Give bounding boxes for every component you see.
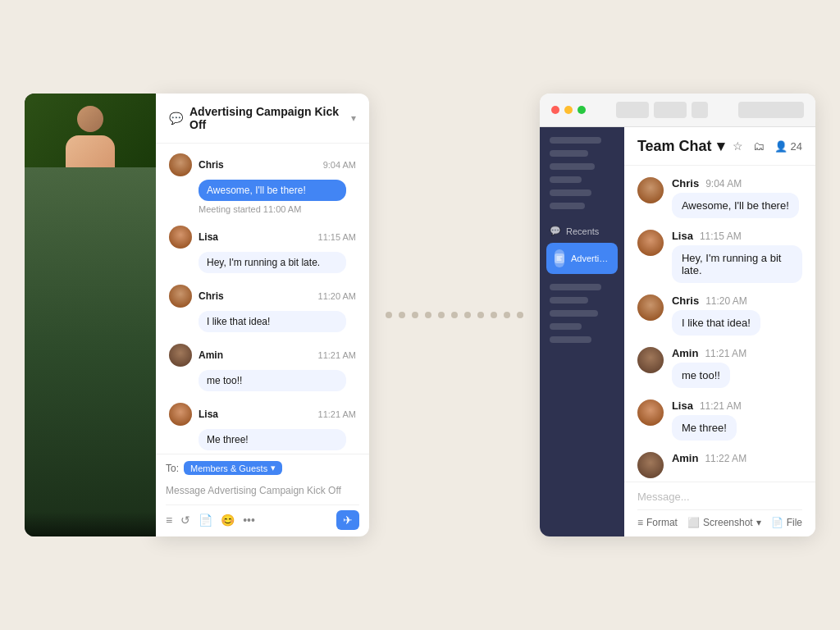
left-chat-messages: Chris 9:04 AM Awesome, I'll be there! Me… — [156, 144, 369, 454]
sidebar-row — [550, 323, 582, 330]
file-button[interactable]: 📄 File — [771, 517, 802, 528]
main-chat-area: Team Chat ▾ ☆ 🗂 👤 24 — [624, 127, 815, 536]
active-item-label: Advertising Campaign Kick... — [571, 253, 609, 263]
message-row: Chris 11:20 AM I like that idea! — [637, 294, 802, 336]
left-chat-header: 💬 Advertising Campaign Kick Off ▾ — [156, 94, 369, 144]
chat-bubble-icon: 💬 — [550, 226, 561, 236]
sidebar-row — [550, 336, 591, 343]
close-button[interactable] — [551, 106, 559, 114]
maximize-button[interactable] — [578, 106, 586, 114]
right-chat-messages: Chris 9:04 AM Awesome, I'll be there! Li… — [624, 166, 815, 482]
video-top — [25, 94, 156, 167]
sidebar-row — [550, 150, 588, 157]
separator-dot — [425, 312, 431, 318]
refresh-icon[interactable]: ↺ — [180, 514, 190, 527]
sender-name: Lisa — [199, 231, 218, 243]
message-bubble: I like that idea! — [199, 311, 346, 332]
video-person — [25, 94, 156, 167]
video-sidebar — [25, 94, 156, 536]
message-content: Amin 11:21 AM me too!! — [672, 347, 802, 388]
right-content: 💬 Recents Advertising Campaign Kick... — [540, 127, 815, 536]
screenshot-button[interactable]: ⬜ Screenshot ▾ — [687, 517, 761, 528]
message-time: 9:04 AM — [705, 178, 742, 189]
input-placeholder: Message... — [637, 491, 802, 503]
chevron-down-icon[interactable]: ▾ — [351, 112, 356, 124]
sidebar-recents: 💬 Recents — [540, 222, 624, 240]
sender-name: Amin — [672, 452, 699, 464]
sidebar-row — [550, 189, 591, 196]
minimize-button[interactable] — [564, 106, 573, 114]
document-icon[interactable]: 📄 — [199, 514, 212, 527]
meeting-notice: Meeting started 11:00 AM — [199, 204, 356, 214]
sidebar-row — [550, 284, 601, 290]
sidebar-row — [550, 137, 601, 144]
avatar-chris — [169, 153, 192, 176]
message-content: Lisa 11:21 AM Me three! — [672, 399, 802, 441]
to-label: To: — [166, 463, 179, 474]
sender-name: Chris — [199, 290, 224, 302]
message-header: Chris 11:20 AM — [672, 294, 802, 307]
right-toolbar: ≡ Format ⬜ Screenshot ▾ 📄 File — [637, 509, 802, 528]
sender-name: Amin — [199, 349, 223, 361]
message-input[interactable]: Message Advertising Campaign Kick Off — [166, 482, 359, 500]
avatar-amin — [637, 347, 664, 373]
screenshot-label: Screenshot — [703, 517, 753, 528]
sidebar-active-item[interactable]: Advertising Campaign Kick... — [546, 243, 618, 274]
message-meta: Chris 11:20 AM — [169, 285, 356, 308]
message-time: 11:21 AM — [318, 350, 356, 360]
star-icon[interactable]: ☆ — [733, 139, 743, 153]
folder-icon[interactable]: 🗂 — [753, 139, 765, 153]
main-container: 💬 Advertising Campaign Kick Off ▾ Chris … — [0, 0, 840, 630]
recents-label: Recents — [566, 226, 599, 236]
message-content: Lisa 11:15 AM Hey, I'm running a bit lat… — [672, 230, 802, 283]
format-label: Format — [646, 517, 678, 528]
message-time: 11:20 AM — [318, 291, 356, 301]
avatar-lisa — [169, 403, 192, 426]
message-bubble: me too!! — [199, 370, 346, 391]
message-time: 11:15 AM — [318, 232, 356, 242]
sidebar-placeholder-rows — [540, 137, 624, 209]
chevron-down-icon: ▾ — [756, 517, 761, 528]
message-time: 11:22 AM — [705, 453, 746, 464]
message-content: Chris 11:20 AM I like that idea! — [672, 294, 802, 336]
emoji-icon[interactable]: 😊 — [221, 514, 235, 527]
format-icon[interactable]: ≡ — [166, 514, 172, 527]
message-meta: Chris 9:04 AM — [169, 153, 356, 176]
message-row: Amin 11:22 AM — [637, 452, 802, 478]
message-bubble: Awesome, I'll be there! — [672, 193, 799, 218]
message-time: 11:21 AM — [705, 348, 746, 359]
title-text: Team Chat — [637, 138, 712, 155]
dots-separator — [386, 312, 523, 318]
chevron-icon[interactable]: ▾ — [717, 137, 724, 155]
chat-icon: 💬 — [169, 112, 183, 125]
sender-name: Chris — [199, 159, 224, 171]
avatar-lisa — [637, 399, 664, 426]
message-row: Amin 11:21 AM me too!! — [637, 347, 802, 388]
left-panel: 💬 Advertising Campaign Kick Off ▾ Chris … — [25, 94, 369, 536]
avatar-amin — [169, 344, 192, 367]
send-button[interactable]: ✈ — [336, 510, 359, 530]
to-row: To: Members & Guests ▾ — [166, 461, 359, 475]
format-button[interactable]: ≡ Format — [637, 517, 678, 528]
avatar-chris — [637, 294, 664, 321]
sender-name: Chris — [672, 177, 699, 189]
team-chat-title: Team Chat ▾ — [637, 137, 724, 155]
avatar-amin — [637, 452, 664, 478]
avatar-chris — [169, 285, 192, 308]
message-row: Lisa 11:15 AM Hey, I'm running a bit lat… — [637, 230, 802, 283]
left-chat-footer: To: Members & Guests ▾ Message Advertisi… — [156, 454, 369, 536]
message-header: Lisa 11:21 AM — [672, 399, 802, 412]
separator-dot — [504, 312, 510, 318]
screenshot-icon: ⬜ — [687, 517, 700, 528]
avatar-lisa — [637, 230, 664, 256]
header-actions: ☆ 🗂 👤 24 — [733, 139, 802, 153]
format-icon: ≡ — [637, 517, 643, 528]
search-bar[interactable] — [738, 102, 804, 118]
separator-dot — [412, 312, 418, 318]
members-badge[interactable]: Members & Guests ▾ — [184, 461, 282, 475]
chat-main-header: Team Chat ▾ ☆ 🗂 👤 24 — [624, 127, 815, 166]
message-bubble: Hey, I'm running a bit late. — [672, 245, 802, 283]
more-icon[interactable]: ••• — [243, 514, 255, 527]
sidebar-row — [550, 203, 585, 209]
right-chat-input[interactable]: Message... ≡ Format ⬜ Screenshot ▾ 📄 — [624, 482, 815, 536]
